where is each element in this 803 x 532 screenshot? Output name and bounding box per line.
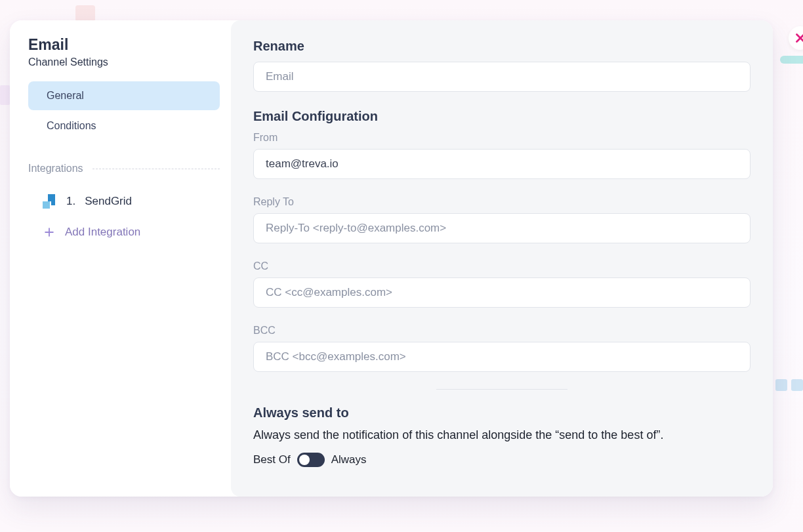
bg-decoration [0, 85, 10, 105]
bg-decoration [75, 5, 95, 22]
sidebar-title: Email [28, 36, 220, 54]
divider [93, 169, 220, 169]
rename-title: Rename [253, 39, 751, 54]
toggle-left-label: Best Of [253, 453, 291, 466]
toggle-knob [299, 455, 310, 465]
divider [436, 389, 567, 390]
always-send-toggle[interactable] [297, 453, 325, 467]
cc-field: CC [253, 260, 751, 308]
from-label: From [253, 132, 751, 144]
integration-name: SendGrid [85, 195, 132, 208]
cc-label: CC [253, 260, 751, 272]
always-send-title: Always send to [253, 405, 751, 420]
sidebar-nav-label: General [47, 90, 84, 101]
bg-decoration [780, 56, 803, 64]
integration-item-sendgrid[interactable]: 1. SendGrid [28, 186, 220, 216]
cc-input[interactable] [253, 277, 751, 308]
integrations-header: Integrations [28, 163, 220, 174]
close-icon [793, 31, 803, 45]
integrations-header-label: Integrations [28, 163, 83, 174]
sidebar: Email Channel Settings General Condition… [10, 20, 231, 497]
close-button[interactable] [789, 26, 803, 50]
add-integration-label: Add Integration [65, 226, 140, 239]
bg-decoration [775, 379, 803, 391]
bcc-field: BCC [253, 325, 751, 372]
email-config-title: Email Configuration [253, 109, 751, 124]
sidebar-subtitle: Channel Settings [28, 56, 220, 68]
reply-to-input[interactable] [253, 213, 751, 243]
from-input[interactable] [253, 149, 751, 179]
rename-section: Rename [253, 39, 751, 92]
always-send-toggle-row: Best Of Always [253, 453, 751, 467]
reply-to-label: Reply To [253, 196, 751, 208]
sendgrid-icon [43, 194, 57, 209]
plus-icon [43, 226, 56, 239]
toggle-right-label: Always [331, 453, 367, 466]
bcc-label: BCC [253, 325, 751, 337]
sidebar-nav-label: Conditions [47, 120, 96, 131]
sidebar-nav-general[interactable]: General [28, 81, 220, 110]
sidebar-nav-conditions[interactable]: Conditions [28, 112, 220, 140]
add-integration-button[interactable]: Add Integration [28, 216, 220, 248]
always-send-description: Always send the notification of this cha… [253, 428, 751, 442]
integration-index: 1. [66, 195, 75, 208]
reply-to-field: Reply To [253, 196, 751, 243]
content-panel: Rename Email Configuration From Reply To… [231, 20, 773, 497]
settings-modal: Email Channel Settings General Condition… [10, 20, 773, 497]
rename-input[interactable] [253, 62, 751, 92]
bcc-input[interactable] [253, 342, 751, 372]
from-field: From [253, 132, 751, 179]
